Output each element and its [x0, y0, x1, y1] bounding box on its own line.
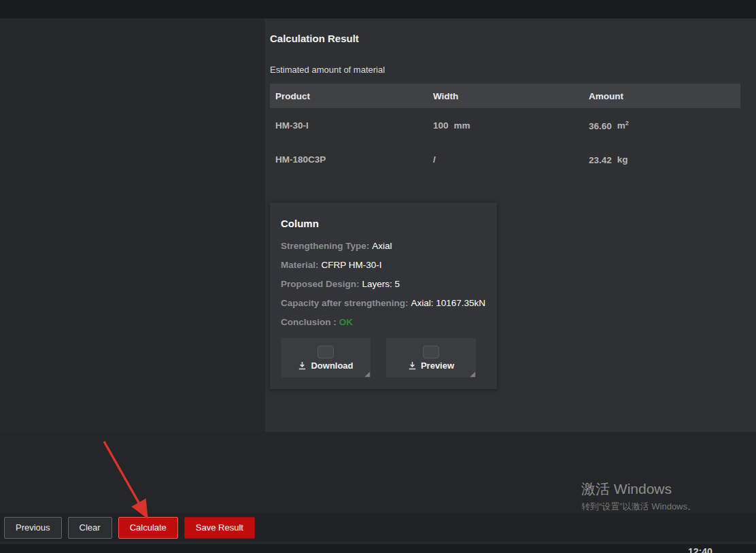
field-strengthening-type: Strengthening Type:Axial — [281, 240, 486, 252]
table-header-row: Product Width Amount — [270, 84, 740, 108]
download-icon — [298, 361, 307, 370]
app-window: Calculation Result Estimated amount of m… — [0, 0, 756, 553]
previous-button[interactable]: Previous — [4, 517, 62, 539]
card-title: Column — [281, 218, 486, 229]
field-material: Material:CFRP HM-30-I — [281, 259, 486, 271]
content-panel: Calculation Result Estimated amount of m… — [265, 18, 756, 432]
cell-product: HM-180C3P — [270, 154, 428, 165]
clock-text: 12:40 — [688, 546, 712, 553]
download-button-label: Download — [311, 361, 353, 371]
col-header-width: Width — [428, 91, 583, 101]
cell-width: 100mm — [428, 120, 583, 131]
preview-button[interactable]: Preview ◢ — [386, 338, 476, 378]
download-button[interactable]: Download ◢ — [281, 338, 371, 378]
cell-amount: 36.60m2 — [583, 120, 740, 131]
top-bar — [0, 0, 756, 18]
page-title: Calculation Result — [270, 33, 359, 44]
field-proposed-design: Proposed Design:Layers: 5 — [281, 278, 486, 290]
table-row: HM-180C3P / 23.42kg — [270, 142, 740, 176]
conclusion-ok-value: OK — [339, 317, 353, 327]
image-placeholder-icon — [317, 346, 334, 358]
card-actions: Download ◢ Preview ◢ — [281, 338, 476, 378]
material-table: Product Width Amount HM-30-I 100mm 36.60… — [270, 84, 740, 176]
col-header-product: Product — [270, 91, 428, 101]
windows-activation-hint: 转到“设置”以激活 Windows。 — [581, 501, 696, 513]
cell-product: HM-30-I — [270, 120, 428, 131]
field-conclusion: Conclusion :OK — [281, 316, 486, 328]
preview-button-label: Preview — [421, 361, 454, 371]
material-subtitle: Estimated amount of material — [270, 65, 385, 75]
cell-amount: 23.42kg — [583, 154, 740, 165]
footer-button-bar: Previous Clear Calculate Save Result — [0, 514, 756, 541]
calculate-button[interactable]: Calculate — [118, 517, 178, 539]
field-capacity: Capacity after strengthening:Axial: 1016… — [281, 297, 486, 309]
preview-icon — [408, 361, 417, 370]
column-result-card: Column Strengthening Type:Axial Material… — [270, 203, 497, 389]
save-result-button[interactable]: Save Result — [184, 517, 255, 539]
taskbar-edge: 12:40 — [0, 544, 756, 553]
cell-width: / — [428, 154, 583, 165]
table-row: HM-30-I 100mm 36.60m2 — [270, 108, 740, 142]
resize-handle-icon: ◢ — [364, 371, 370, 378]
col-header-amount: Amount — [583, 91, 740, 101]
resize-handle-icon: ◢ — [470, 371, 475, 378]
windows-activation-watermark: 激活 Windows — [581, 480, 672, 499]
clear-button[interactable]: Clear — [68, 517, 112, 539]
image-placeholder-icon — [423, 346, 439, 358]
